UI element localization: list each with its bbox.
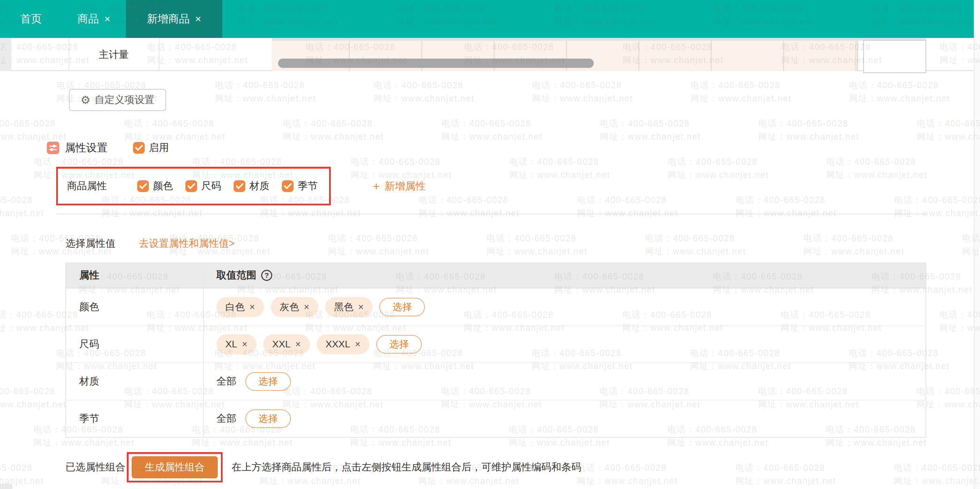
tab-goods-label: 商品: [78, 12, 99, 26]
horizontal-scrollbar-thumb[interactable]: [278, 59, 594, 68]
product-attributes-highlight-box: 商品属性 颜色 尺码 材质 季节: [56, 167, 331, 205]
unit-measure-band: 主计量: [0, 38, 974, 71]
cell-border: [159, 38, 159, 71]
attribute-option-label: 季节: [298, 179, 318, 193]
attribute-options-group: 颜色 尺码 材质 季节: [137, 179, 318, 193]
add-attribute-link[interactable]: + 新增属性: [373, 167, 426, 205]
column-border: [638, 38, 639, 71]
value-tag: XXL ×: [263, 334, 310, 354]
all-values-label: 全部: [216, 412, 236, 425]
select-button[interactable]: 选择: [245, 409, 291, 428]
value-tag: 灰色 ×: [271, 297, 318, 317]
value-tag: 白色 ×: [216, 297, 264, 317]
value-tag-label: 白色: [225, 301, 245, 314]
tab-home[interactable]: 首页: [0, 0, 62, 38]
remove-tag-icon[interactable]: ×: [250, 302, 255, 312]
attribute-option-checkbox[interactable]: 季节: [282, 179, 318, 193]
column-border: [856, 38, 856, 71]
attribute-option-label: 尺码: [201, 179, 221, 193]
attribute-name: 颜色: [66, 300, 203, 314]
value-tag: XL ×: [216, 334, 256, 354]
attribute-name: 尺码: [66, 338, 203, 351]
select-button[interactable]: 选择: [245, 372, 291, 391]
value-tag-label: XXXL: [326, 339, 350, 350]
attribute-option-checkbox[interactable]: 颜色: [137, 179, 173, 193]
attribute-option-checkbox[interactable]: 材质: [234, 179, 269, 193]
checkbox-checked-icon: [137, 180, 149, 192]
remove-tag-icon[interactable]: ×: [358, 302, 364, 312]
help-icon[interactable]: ?: [261, 270, 272, 281]
attribute-settings-heading: 属性设置 启用: [47, 141, 169, 155]
attribute-option-label: 材质: [250, 179, 269, 193]
row-corner-cell: [0, 38, 11, 71]
gear-icon: ⚙: [81, 94, 91, 105]
attribute-values: 白色 × 灰色 × 黑色 × 选择: [203, 297, 926, 317]
table-row-size: 尺码 XL × XXL × XXXL × 选择: [66, 325, 926, 363]
tab-home-label: 首页: [20, 12, 42, 26]
value-tag-label: XXL: [272, 339, 291, 350]
remove-tag-icon[interactable]: ×: [295, 339, 301, 350]
focused-cell: [863, 40, 926, 73]
column-divider: [203, 263, 204, 437]
tab-goods[interactable]: 商品 ×: [62, 0, 126, 38]
plus-icon: +: [373, 180, 380, 192]
selected-combination-label: 已选属性组合: [65, 460, 126, 474]
attribute-values: XL × XXL × XXXL × 选择: [203, 334, 926, 354]
app-window: 首页 商品 × 新增商品 × 主计量 ⚙: [0, 0, 980, 489]
attribute-settings-title: 属性设置: [65, 140, 108, 155]
select-values-label: 选择属性值: [65, 237, 115, 250]
attribute-values: 全部 选择: [203, 372, 926, 391]
checkbox-checked-icon: [282, 180, 294, 192]
tab-new-product-active[interactable]: 新增商品 ×: [126, 0, 222, 38]
table-row-season: 季节 全部 选择: [66, 400, 926, 437]
custom-item-settings-button[interactable]: ⚙ 自定义项设置: [69, 89, 166, 111]
vertical-scrollbar-track[interactable]: [974, 0, 980, 489]
select-button[interactable]: 选择: [379, 298, 425, 316]
remove-tag-icon[interactable]: ×: [355, 339, 360, 350]
tab-new-product-label: 新增商品: [147, 12, 189, 26]
combination-footer: 已选属性组合 生成属性组合 在上方选择商品属性后，点击左侧按钮生成属性组合后，可…: [65, 452, 581, 483]
generate-button-highlight-box: 生成属性组合: [127, 452, 223, 483]
remove-tag-icon[interactable]: ×: [304, 302, 309, 312]
enable-checkbox[interactable]: 启用: [133, 141, 169, 155]
attribute-name: 材质: [66, 374, 203, 389]
checkbox-checked-icon: [234, 180, 245, 192]
value-tag-label: XL: [225, 339, 237, 350]
all-values-label: 全部: [216, 374, 236, 389]
checkbox-checked-icon: [185, 180, 197, 192]
custom-item-settings-label: 自定义项设置: [94, 93, 154, 107]
value-tag-label: 灰色: [280, 301, 299, 314]
attribute-option-label: 颜色: [153, 179, 173, 193]
value-tag-label: 黑色: [334, 301, 353, 314]
close-tab-icon[interactable]: ×: [104, 14, 111, 24]
setup-attributes-link[interactable]: 去设置属性和属性值>: [139, 237, 235, 250]
columns-top-edge: [272, 38, 926, 41]
column-border: [711, 38, 711, 71]
column-header-range-label: 取值范围: [216, 268, 256, 282]
attribute-name: 季节: [66, 412, 203, 425]
select-button[interactable]: 选择: [376, 335, 422, 354]
remove-tag-icon[interactable]: ×: [242, 339, 247, 350]
section-divider: [56, 213, 926, 214]
product-attributes-label: 商品属性: [67, 179, 107, 193]
table-header: 属性 取值范围 ?: [66, 263, 926, 288]
select-values-row: 选择属性值 去设置属性和属性值>: [65, 234, 235, 253]
table-row-material: 材质 全部 选择: [66, 363, 926, 400]
enable-label: 启用: [149, 141, 169, 155]
top-tab-bar: 首页 商品 × 新增商品 ×: [0, 0, 980, 38]
column-header-attribute: 属性: [66, 268, 203, 282]
column-header-range: 取值范围 ?: [203, 268, 926, 282]
sliders-icon: [47, 142, 59, 154]
close-tab-icon[interactable]: ×: [195, 14, 201, 24]
attribute-option-checkbox[interactable]: 尺码: [185, 179, 221, 193]
value-tag: XXXL ×: [317, 334, 369, 354]
unit-measure-label: 主计量: [68, 38, 159, 71]
scrollbar-corner: [0, 484, 13, 489]
add-attribute-label: 新增属性: [385, 179, 426, 193]
attribute-values: 全部 选择: [203, 409, 926, 428]
table-row-color: 颜色 白色 × 灰色 × 黑色 × 选择: [66, 288, 926, 325]
checkbox-checked-icon: [133, 142, 145, 154]
value-tag: 黑色 ×: [325, 297, 373, 317]
generate-combination-button[interactable]: 生成属性组合: [132, 456, 218, 478]
column-border: [783, 38, 784, 71]
